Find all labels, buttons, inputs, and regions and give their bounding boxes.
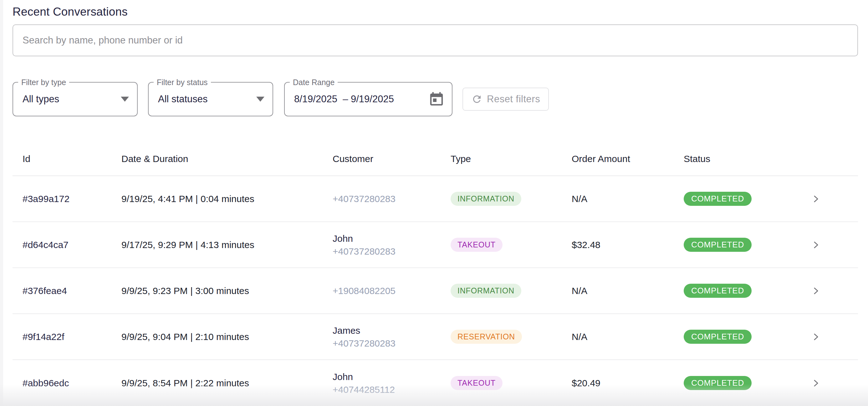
status-badge: COMPLETED bbox=[684, 284, 752, 298]
filter-status-value: All statuses bbox=[149, 94, 208, 105]
chevron-right-icon bbox=[810, 332, 821, 342]
row-date-duration: 9/9/25, 9:04 PM | 2:10 minutes bbox=[121, 332, 333, 342]
chevron-down-icon bbox=[121, 97, 129, 102]
row-actions bbox=[809, 332, 858, 342]
chevron-right-icon bbox=[810, 240, 821, 250]
reset-filters-button[interactable]: Reset filters bbox=[463, 88, 549, 111]
type-badge: TAKEOUT bbox=[451, 376, 502, 390]
customer-phone: +40737280283 bbox=[333, 192, 451, 205]
row-actions bbox=[809, 286, 858, 296]
status-badge: COMPLETED bbox=[684, 330, 752, 344]
row-status: COMPLETED bbox=[684, 330, 809, 344]
search-box bbox=[12, 24, 858, 56]
table-row[interactable]: #9f14a22f 9/9/25, 9:04 PM | 2:10 minutes… bbox=[12, 314, 858, 360]
customer-name: James bbox=[333, 324, 451, 337]
col-header-order-amount: Order Amount bbox=[572, 154, 684, 164]
col-header-type: Type bbox=[451, 154, 572, 164]
type-badge: INFORMATION bbox=[451, 192, 521, 206]
table-row[interactable]: #abb96edc 9/9/25, 8:54 PM | 2:22 minutes… bbox=[12, 360, 858, 406]
type-badge: RESERVATION bbox=[451, 330, 522, 344]
order-amount: N/A bbox=[572, 332, 684, 342]
row-date-duration: 9/19/25, 4:41 PM | 0:04 minutes bbox=[121, 194, 333, 204]
type-badge: TAKEOUT bbox=[451, 238, 502, 252]
chevron-down-icon bbox=[256, 97, 265, 102]
filter-type-value: All types bbox=[13, 94, 59, 105]
customer-phone: +40737280283 bbox=[333, 337, 451, 350]
row-status: COMPLETED bbox=[684, 284, 809, 298]
refresh-icon bbox=[471, 94, 483, 105]
row-customer: +40737280283 bbox=[333, 192, 451, 205]
row-customer: John +40744285112 bbox=[333, 370, 451, 396]
row-date-duration: 9/17/25, 9:29 PM | 4:13 minutes bbox=[121, 240, 333, 250]
filter-type-label: Filter by type bbox=[18, 77, 69, 87]
search-input[interactable] bbox=[13, 26, 857, 55]
row-type: INFORMATION bbox=[451, 284, 572, 298]
row-type: TAKEOUT bbox=[451, 238, 572, 252]
row-status: COMPLETED bbox=[684, 376, 809, 390]
table-row[interactable]: #d64c4ca7 9/17/25, 9:29 PM | 4:13 minute… bbox=[12, 222, 858, 268]
row-status: COMPLETED bbox=[684, 238, 809, 252]
customer-name: John bbox=[333, 232, 451, 245]
status-badge: COMPLETED bbox=[684, 238, 752, 252]
conversations-table: Id Date & Duration Customer Type Order A… bbox=[12, 142, 858, 406]
order-amount: $20.49 bbox=[572, 378, 684, 388]
col-header-date-duration: Date & Duration bbox=[121, 154, 333, 164]
row-id: #376feae4 bbox=[23, 286, 121, 296]
row-id: #9f14a22f bbox=[23, 332, 121, 342]
date-range-field[interactable]: Date Range 8/19/2025 – 9/19/2025 bbox=[284, 82, 453, 116]
order-amount: N/A bbox=[572, 194, 684, 204]
row-status: COMPLETED bbox=[684, 192, 809, 206]
type-badge: INFORMATION bbox=[451, 284, 521, 298]
chevron-right-icon bbox=[810, 194, 821, 204]
status-badge: COMPLETED bbox=[684, 376, 752, 390]
col-header-id: Id bbox=[23, 154, 121, 164]
table-header-row: Id Date & Duration Customer Type Order A… bbox=[12, 142, 858, 176]
reset-filters-label: Reset filters bbox=[487, 94, 540, 105]
recent-conversations-panel: Recent Conversations Filter by type All … bbox=[0, 5, 868, 406]
chevron-right-icon bbox=[810, 286, 821, 296]
row-actions bbox=[809, 194, 858, 204]
customer-name: John bbox=[333, 370, 451, 383]
open-conversation-button[interactable] bbox=[810, 194, 821, 204]
row-customer: James +40737280283 bbox=[333, 324, 451, 350]
open-conversation-button[interactable] bbox=[810, 332, 821, 342]
customer-phone: +40737280283 bbox=[333, 245, 451, 258]
row-actions bbox=[809, 240, 858, 250]
page-title: Recent Conversations bbox=[12, 5, 858, 19]
open-conversation-button[interactable] bbox=[810, 378, 821, 388]
chevron-right-icon bbox=[810, 378, 821, 388]
status-badge: COMPLETED bbox=[684, 192, 752, 206]
open-conversation-button[interactable] bbox=[810, 286, 821, 296]
row-id: #3a99a172 bbox=[23, 194, 121, 204]
customer-phone: +40744285112 bbox=[333, 383, 451, 396]
row-id: #d64c4ca7 bbox=[23, 240, 121, 250]
row-actions bbox=[809, 378, 858, 388]
order-amount: $32.48 bbox=[572, 240, 684, 250]
open-conversation-button[interactable] bbox=[810, 240, 821, 250]
customer-phone: +19084082205 bbox=[333, 284, 451, 297]
date-range-value: 8/19/2025 – 9/19/2025 bbox=[285, 94, 394, 105]
row-date-duration: 9/9/25, 8:54 PM | 2:22 minutes bbox=[121, 378, 333, 388]
row-customer: John +40737280283 bbox=[333, 232, 451, 258]
table-row[interactable]: #3a99a172 9/19/25, 4:41 PM | 0:04 minute… bbox=[12, 176, 858, 222]
filter-status-select[interactable]: Filter by status All statuses bbox=[148, 82, 273, 116]
filters-row: Filter by type All types Filter by statu… bbox=[12, 82, 858, 116]
col-header-customer: Customer bbox=[333, 154, 451, 164]
order-amount: N/A bbox=[572, 286, 684, 296]
table-body: #3a99a172 9/19/25, 4:41 PM | 0:04 minute… bbox=[12, 176, 858, 406]
filter-status-label: Filter by status bbox=[154, 77, 211, 87]
filter-type-select[interactable]: Filter by type All types bbox=[12, 82, 138, 116]
row-type: INFORMATION bbox=[451, 192, 572, 206]
col-header-status: Status bbox=[684, 154, 809, 164]
row-type: TAKEOUT bbox=[451, 376, 572, 390]
row-customer: +19084082205 bbox=[333, 284, 451, 297]
row-type: RESERVATION bbox=[451, 330, 572, 344]
row-id: #abb96edc bbox=[23, 378, 121, 388]
calendar-icon[interactable] bbox=[428, 91, 445, 107]
date-range-label: Date Range bbox=[290, 77, 338, 87]
table-row[interactable]: #376feae4 9/9/25, 9:23 PM | 3:00 minutes… bbox=[12, 268, 858, 314]
row-date-duration: 9/9/25, 9:23 PM | 3:00 minutes bbox=[121, 286, 333, 296]
